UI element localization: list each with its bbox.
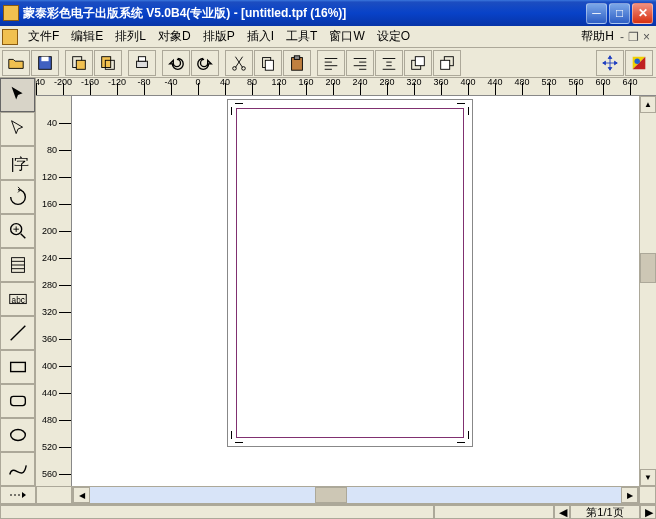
ruler-label: 40 <box>47 118 57 128</box>
curve-tool[interactable] <box>0 452 35 486</box>
scroll-thumb[interactable] <box>640 253 656 283</box>
cut-button[interactable] <box>225 50 253 76</box>
menu-window[interactable]: 窗口W <box>323 26 370 47</box>
ruler-label: -240 <box>36 78 45 87</box>
ruler-label: -200 <box>54 78 72 87</box>
ruler-label: 360 <box>42 334 57 344</box>
menu-object[interactable]: 对象D <box>152 26 197 47</box>
ruler-label: 520 <box>42 442 57 452</box>
toolbox: |字 abc <box>0 78 36 486</box>
ruler-label: 200 <box>42 226 57 236</box>
undo-button[interactable] <box>162 50 190 76</box>
menu-help[interactable]: 帮助H <box>575 26 620 47</box>
align-dist-button[interactable] <box>375 50 403 76</box>
zoom-tool[interactable] <box>0 214 35 248</box>
menu-layout[interactable]: 排版P <box>197 26 241 47</box>
menu-tool[interactable]: 工具T <box>280 26 323 47</box>
svg-rect-25 <box>10 396 25 405</box>
mdi-restore-icon[interactable]: ❐ <box>628 30 639 44</box>
rect-tool[interactable] <box>0 350 35 384</box>
close-button[interactable]: ✕ <box>632 3 653 24</box>
ruler-label: 40 <box>220 78 230 87</box>
svg-point-26 <box>10 430 25 441</box>
status-bar: ◀ 第1/1页 ▶ <box>0 504 656 519</box>
maximize-button[interactable]: □ <box>609 3 630 24</box>
ruler-label: 240 <box>42 253 57 263</box>
ruler-label: 0 <box>195 78 200 87</box>
page-indicator: 第1/1页 <box>570 505 640 519</box>
horizontal-ruler: -240-200-160-120-80-40040801201602002402… <box>36 78 656 96</box>
window-title: 蒙泰彩色电子出版系统 V5.0B4(专业版) - [untitled.tpf (… <box>23 5 586 22</box>
svg-point-8 <box>233 66 237 70</box>
next-page-button[interactable]: ▶ <box>640 505 656 519</box>
open-button[interactable] <box>2 50 30 76</box>
menu-insert[interactable]: 插入I <box>241 26 280 47</box>
bring-front-button[interactable] <box>404 50 432 76</box>
align-right-button[interactable] <box>346 50 374 76</box>
svg-rect-4 <box>102 56 111 67</box>
svg-rect-1 <box>41 56 48 61</box>
ruler-label: 360 <box>433 78 448 87</box>
menu-edit[interactable]: 编辑E <box>65 26 109 47</box>
rotate-tool[interactable] <box>0 180 35 214</box>
copy-button[interactable] <box>254 50 282 76</box>
color-button[interactable] <box>625 50 653 76</box>
ruler-label: 120 <box>42 172 57 182</box>
scroll-down-icon[interactable]: ▼ <box>640 469 656 486</box>
menu-bar: 文件F 编辑E 排列L 对象D 排版P 插入I 工具T 窗口W 设定O 帮助H … <box>0 26 656 48</box>
textbox-tool[interactable]: abc <box>0 282 35 316</box>
menu-file[interactable]: 文件F <box>22 26 65 47</box>
tool-overflow[interactable] <box>0 486 36 504</box>
svg-rect-24 <box>10 362 25 371</box>
page-tool[interactable] <box>0 248 35 282</box>
vertical-ruler: 4080120160200240280320360400440480520560… <box>36 96 72 486</box>
ruler-label: -80 <box>137 78 150 87</box>
svg-point-9 <box>242 66 246 70</box>
ellipse-tool[interactable] <box>0 418 35 452</box>
horizontal-scrollbar-row: ◀ ▶ <box>0 486 656 504</box>
print-button[interactable] <box>128 50 156 76</box>
ruler-label: 640 <box>622 78 637 87</box>
scroll-corner <box>639 486 656 504</box>
scroll-thumb[interactable] <box>315 487 347 503</box>
roundrect-tool[interactable] <box>0 384 35 418</box>
menu-setting[interactable]: 设定O <box>371 26 416 47</box>
vertical-scrollbar[interactable]: ▲ ▼ <box>639 96 656 486</box>
ruler-label: 120 <box>271 78 286 87</box>
move-tool-button[interactable] <box>596 50 624 76</box>
svg-rect-3 <box>76 60 85 69</box>
minimize-button[interactable]: ─ <box>586 3 607 24</box>
canvas[interactable] <box>72 96 639 486</box>
ruler-label: 440 <box>42 388 57 398</box>
page[interactable] <box>227 99 473 447</box>
ruler-label: 480 <box>514 78 529 87</box>
direct-select-tool[interactable] <box>0 112 35 146</box>
scroll-left-icon[interactable]: ◀ <box>73 487 90 503</box>
scroll-up-icon[interactable]: ▲ <box>640 96 656 113</box>
line-tool[interactable] <box>0 316 35 350</box>
status-message <box>0 505 434 519</box>
mdi-minimize-icon[interactable]: - <box>620 30 624 44</box>
redo-button[interactable] <box>191 50 219 76</box>
menu-arrange[interactable]: 排列L <box>109 26 152 47</box>
pointer-tool[interactable] <box>0 78 35 112</box>
ruler-corner <box>36 486 72 504</box>
ruler-label: 80 <box>247 78 257 87</box>
svg-text:abc: abc <box>11 296 24 305</box>
app-icon <box>3 5 19 21</box>
ruler-label: 240 <box>352 78 367 87</box>
scroll-right-icon[interactable]: ▶ <box>621 487 638 503</box>
mdi-close-icon[interactable]: × <box>643 30 650 44</box>
text-tool[interactable]: |字 <box>0 146 35 180</box>
send-back-button[interactable] <box>433 50 461 76</box>
export-button[interactable] <box>94 50 122 76</box>
ruler-label: 320 <box>42 307 57 317</box>
import-button[interactable] <box>65 50 93 76</box>
save-button[interactable] <box>31 50 59 76</box>
align-left-button[interactable] <box>317 50 345 76</box>
prev-page-button[interactable]: ◀ <box>554 505 570 519</box>
paste-button[interactable] <box>283 50 311 76</box>
doc-icon <box>2 29 18 45</box>
ruler-label: 280 <box>42 280 57 290</box>
horizontal-scrollbar[interactable]: ◀ ▶ <box>72 486 639 504</box>
